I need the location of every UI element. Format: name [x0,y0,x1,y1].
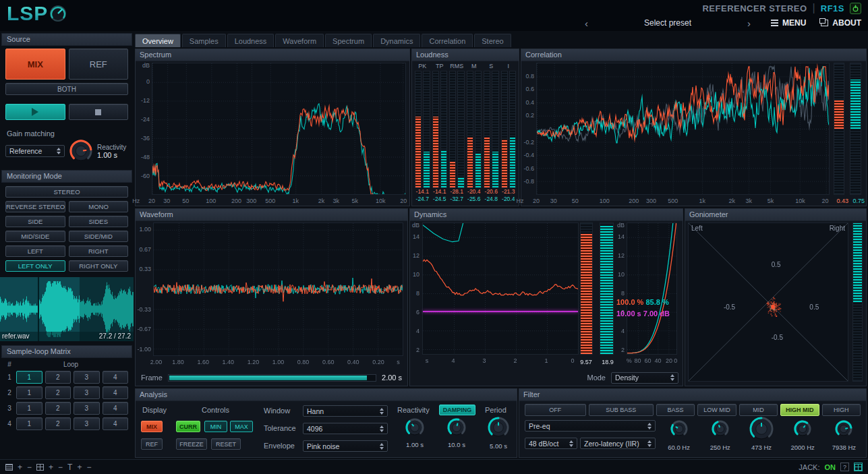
filter-knob-1[interactable]: 60.0 Hz [660,415,699,456]
monitor-right[interactable]: RIGHT [69,245,129,257]
tab-overview[interactable]: Overview [135,34,181,47]
envelope-select[interactable]: Pink noise [303,440,388,452]
tab-waveform[interactable]: Waveform [275,34,324,47]
stop-button[interactable] [69,104,129,120]
loop-cell-2-2[interactable]: 2 [45,386,71,399]
filter-knob-3[interactable]: 473 Hz [742,415,781,456]
period-knob[interactable]: 5.00 s [482,416,515,450]
loop-cell-4-4[interactable]: 4 [103,417,129,430]
min-button[interactable]: MIN [204,421,227,432]
spectrum-plot[interactable] [152,63,406,195]
monitor-mono[interactable]: MONO [69,201,128,212]
tab-stereo[interactable]: Stereo [474,34,511,47]
source-both-button[interactable]: BOTH [5,83,128,95]
tolerance-select[interactable]: 4096 [303,423,388,434]
source-ref-button[interactable]: REF [69,49,129,80]
tool-zoom-in-icon-1[interactable]: + [18,463,22,471]
loop-cell-3-1[interactable]: 1 [16,402,42,415]
dynamics-transfer-plot[interactable] [627,223,677,355]
latency-mode-select[interactable]: Zero-latency (IIR) [580,438,656,449]
monitor-stereo[interactable]: STEREO [5,186,128,198]
preset-select[interactable]: Select preset [594,18,742,28]
monitor-sides[interactable]: SIDES [69,216,129,227]
slope-select[interactable]: 48 dB/oct [525,438,577,449]
monitor-left[interactable]: LEFT [5,245,65,257]
status-bar: +−+−T+− JACK: ON ? [0,459,868,474]
tool-zoom-in-icon-7[interactable]: + [77,463,82,471]
tool-zoom-in-icon-4[interactable]: + [49,463,53,471]
curr-button[interactable]: CURR [176,421,200,432]
gain-mode-select[interactable]: Reference [5,145,65,157]
filter-band-sub-bass[interactable]: SUB BASS [589,404,654,416]
loop-cell-1-1[interactable]: 1 [16,371,42,384]
list-view-icon[interactable] [5,464,13,471]
monitor-reverse-stereo[interactable]: REVERSE STEREO [5,201,65,212]
mode-control: Mode Density [587,372,678,384]
display-mix-button[interactable]: MIX [141,421,163,432]
monitor-side[interactable]: SIDE [5,216,65,227]
tab-loudness[interactable]: Loudness [227,34,274,47]
mode-select[interactable]: Density [611,372,678,384]
analysis-maxtime-knob[interactable]: 10.0 s [440,417,473,448]
frame-slider[interactable] [168,374,376,382]
tool-text-icon-6[interactable]: T [67,463,72,471]
loop-cell-1-3[interactable]: 3 [74,371,100,384]
monitor-right-only[interactable]: RIGHT ONLY [69,260,129,272]
filter-knob-2[interactable]: 250 Hz [701,415,740,456]
dynamics-readout: 100.0 % 85.8 % 10.00 s 7.00 dB [616,297,670,320]
reset-button[interactable]: RESET [211,438,241,450]
threshold-line[interactable] [423,311,578,312]
preeq-select[interactable]: Pre-eq [525,420,656,432]
freeze-button[interactable]: FREEZE [176,438,207,450]
tab-dynamics[interactable]: Dynamics [373,34,420,47]
preset-next-button[interactable]: › [742,18,756,29]
tab-correlation[interactable]: Correlation [422,34,473,47]
loop-cell-4-1[interactable]: 1 [16,417,42,430]
waveform-plot[interactable] [153,223,403,356]
max-button[interactable]: MAX [230,421,253,432]
power-icon[interactable] [850,3,861,14]
play-button[interactable] [5,104,65,120]
help-icon[interactable]: ? [840,463,849,471]
monitor-mid-side[interactable]: MID/SIDE [5,231,65,242]
loop-cell-1-4[interactable]: 4 [103,371,129,384]
loop-cell-3-2[interactable]: 2 [45,402,71,415]
reactivity-value: 1.00 s [97,151,126,159]
monitor-left-only[interactable]: LEFT ONLY [5,260,65,272]
loop-cell-3-3[interactable]: 3 [74,402,100,415]
menu-button[interactable]: MENU [771,18,806,28]
filter-knob-5[interactable]: 7938 Hz [824,415,863,456]
spin-arrows-icon [380,443,384,450]
monitor-side-mid[interactable]: SIDE/MID [69,231,129,242]
loop-cell-4-2[interactable]: 2 [45,417,71,430]
loop-cell-2-3[interactable]: 3 [74,386,100,399]
filter-knob-4[interactable]: 2000 Hz [783,415,822,456]
source-mix-button[interactable]: MIX [5,49,65,80]
correlation-plot[interactable] [536,63,830,195]
tab-spectrum[interactable]: Spectrum [325,34,372,47]
display-ref-button[interactable]: REF [141,438,163,450]
loop-cell-4-3[interactable]: 3 [74,417,100,430]
waveform-panel: Waveform 1.000.670.33-0.33-0.67-1.00 2.0… [135,208,408,386]
loop-cell-2-1[interactable]: 1 [16,386,42,399]
tab-samples[interactable]: Samples [182,34,226,47]
loop-cell-1-2[interactable]: 2 [45,371,71,384]
dynamics-history-plot[interactable] [422,223,579,355]
about-button[interactable]: ABOUT [821,18,861,28]
loop-cell-2-4[interactable]: 4 [103,386,129,399]
tool-zoom-out-icon-5[interactable]: − [58,463,63,471]
grid-view-icon[interactable] [36,464,44,471]
tool-zoom-out-icon-8[interactable]: − [86,463,91,471]
play-icon [32,108,38,116]
matrix-icon[interactable] [854,463,863,471]
goniometer-plot[interactable]: Left Right 0.5 -0.5 -0.5 0.5 [688,223,848,382]
gain-reactivity-knob[interactable] [69,139,93,163]
loop-cell-3-4[interactable]: 4 [103,402,129,415]
sample-thumbnail[interactable]: refer.wav 27.2 / 27.2 [0,277,134,341]
analysis-reactivity-knob[interactable]: 1.00 s [399,417,431,448]
filter-band-off[interactable]: OFF [525,404,586,416]
damping-button[interactable]: DAMPING [439,405,475,415]
window-select[interactable]: Hann [303,405,388,417]
tool-zoom-out-icon-2[interactable]: − [27,463,32,471]
preset-prev-button[interactable]: ‹ [579,18,594,29]
